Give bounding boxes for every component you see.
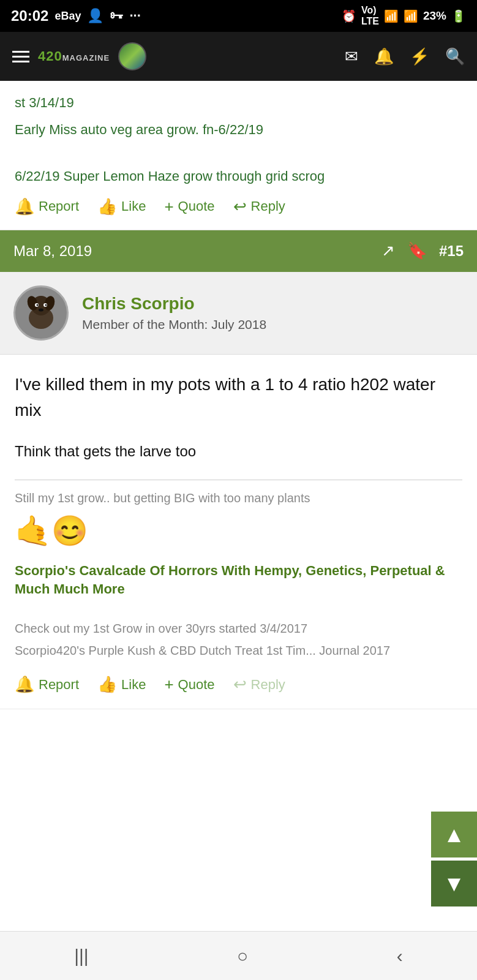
post-header: Mar 8, 2019 ↗ 🔖 #15	[0, 230, 477, 272]
avatar-image	[17, 288, 66, 337]
prev-like-button[interactable]: 👍 Like	[97, 197, 146, 216]
scroll-down-button[interactable]: ▼	[431, 861, 477, 907]
wifi-icon: 📶	[384, 9, 399, 23]
prev-post-text: st 3/14/19 Early Miss auto veg area grow…	[15, 93, 462, 186]
user-avatar[interactable]	[13, 285, 69, 341]
scroll-up-button[interactable]: ▲	[431, 812, 477, 858]
prev-post: st 3/14/19 Early Miss auto veg area grow…	[0, 81, 477, 230]
svg-point-7	[37, 304, 39, 306]
status-bar: 20:02 eBay 👤 🗝 ··· ⏰ Vo)LTE 📶 📶 23% 🔋	[0, 0, 477, 32]
status-right: ⏰ Vo)LTE 📶 📶 23% 🔋	[342, 5, 466, 27]
emoji-area: 🤙😊	[15, 514, 462, 548]
user-section: Chris Scorpio Member of the Month: July …	[0, 272, 477, 355]
post-date: Mar 8, 2019	[13, 243, 92, 260]
like-thumbs-icon: 👍	[97, 675, 117, 694]
logo-magazine: MAGAZINE	[62, 53, 110, 62]
prev-quote-label: Quote	[178, 198, 215, 214]
prev-report-label: Report	[39, 198, 79, 214]
bell-icon[interactable]: 🔔	[374, 47, 394, 66]
prev-line2: Early Miss auto veg area grow. fn-6/22/1…	[15, 120, 462, 140]
divider	[15, 480, 462, 480]
alarm-icon: ⏰	[342, 9, 356, 23]
down-arrow-icon: ▼	[443, 871, 465, 897]
report-button[interactable]: 🔔 Report	[15, 675, 79, 694]
post-content: I've killed them in my pots with a 1 to …	[0, 355, 477, 710]
mail-icon[interactable]: ✉	[345, 47, 358, 66]
user-info: Chris Scorpio Member of the Month: July …	[82, 294, 266, 332]
back-button[interactable]: ‹	[397, 946, 403, 967]
app-icon: 👤	[87, 8, 103, 24]
battery-text: 23%	[423, 9, 446, 23]
site-logo: 420MAGAZINE	[38, 48, 110, 64]
svg-point-8	[45, 304, 47, 306]
bottom-nav: ||| ○ ‹	[0, 931, 477, 980]
prev-line3: 6/22/19 Super Lemon Haze grow through gr…	[15, 167, 462, 186]
up-arrow-icon: ▲	[443, 822, 465, 848]
report-label: Report	[39, 677, 79, 693]
prev-action-row: 🔔 Report 👍 Like + Quote ↩ Reply	[15, 186, 462, 220]
quote-button[interactable]: + Quote	[164, 675, 214, 694]
bottom-action-row: 🔔 Report 👍 Like + Quote ↩ Reply	[15, 664, 462, 698]
lightning-icon[interactable]: ⚡	[410, 47, 429, 66]
like-button[interactable]: 👍 Like	[97, 675, 146, 694]
post-header-icons: ↗ 🔖 #15	[381, 241, 464, 260]
hamburger-menu[interactable]	[12, 51, 29, 62]
user-title: Member of the Month: July 2018	[82, 317, 266, 332]
back-stack-button[interactable]: |||	[74, 946, 88, 967]
sig-journal-link[interactable]: Scorpio420's Purple Kush & CBD Dutch Tre…	[15, 642, 462, 659]
share-icon[interactable]: ↗	[381, 241, 395, 260]
reply-icon: ↩	[233, 197, 247, 216]
prev-quote-button[interactable]: + Quote	[164, 197, 214, 216]
post-main-text: I've killed them in my pots with a 1 to …	[15, 372, 462, 423]
like-label: Like	[121, 677, 146, 693]
username[interactable]: Chris Scorpio	[82, 294, 266, 314]
signal-icon: 📶	[404, 9, 418, 23]
volte-icon: Vo)LTE	[361, 5, 379, 27]
logo-420: 420	[38, 48, 62, 64]
reply-arrow-icon: ↩	[233, 675, 247, 694]
key-icon: 🗝	[110, 8, 123, 24]
status-left: 20:02 eBay 👤 🗝 ···	[11, 7, 141, 24]
prev-report-button[interactable]: 🔔 Report	[15, 197, 79, 216]
ebay-icon: eBay	[54, 10, 81, 23]
bookmark-icon[interactable]: 🔖	[407, 241, 427, 260]
report-bell-icon: 🔔	[15, 675, 34, 694]
nav-left: 420MAGAZINE	[12, 42, 146, 70]
reply-label: Reply	[251, 677, 285, 693]
prev-reply-label: Reply	[251, 198, 285, 214]
sig-text: Still my 1st grow.. but getting BIG with…	[15, 491, 462, 505]
post-number: #15	[439, 243, 464, 260]
nav-bar: 420MAGAZINE ✉ 🔔 ⚡ 🔍	[0, 32, 477, 81]
home-button[interactable]: ○	[237, 946, 248, 967]
quote-label: Quote	[178, 677, 215, 693]
bell-small-icon: 🔔	[15, 197, 34, 216]
status-time: 20:02	[11, 7, 48, 24]
battery-icon: 🔋	[451, 9, 466, 23]
plus-icon: +	[164, 197, 173, 216]
sig-link[interactable]: Scorpio's Cavalcade Of Horrors With Hemp…	[15, 562, 462, 600]
site-avatar	[118, 42, 146, 70]
dots-icon: ···	[129, 8, 140, 24]
sig-checkout: Check out my 1st Grow in over 30yrs star…	[15, 620, 462, 637]
nav-icons: ✉ 🔔 ⚡ 🔍	[345, 47, 465, 66]
search-icon[interactable]: 🔍	[445, 47, 465, 66]
reply-button[interactable]: ↩ Reply	[233, 675, 285, 694]
svg-point-9	[39, 308, 43, 311]
thumbs-up-icon: 👍	[97, 197, 117, 216]
post-secondary-text2: Think that gets the larve too	[15, 440, 462, 462]
quote-plus-icon: +	[164, 675, 173, 694]
prev-line1: st 3/14/19	[15, 93, 462, 113]
prev-reply-button[interactable]: ↩ Reply	[233, 197, 285, 216]
prev-like-label: Like	[121, 198, 146, 214]
